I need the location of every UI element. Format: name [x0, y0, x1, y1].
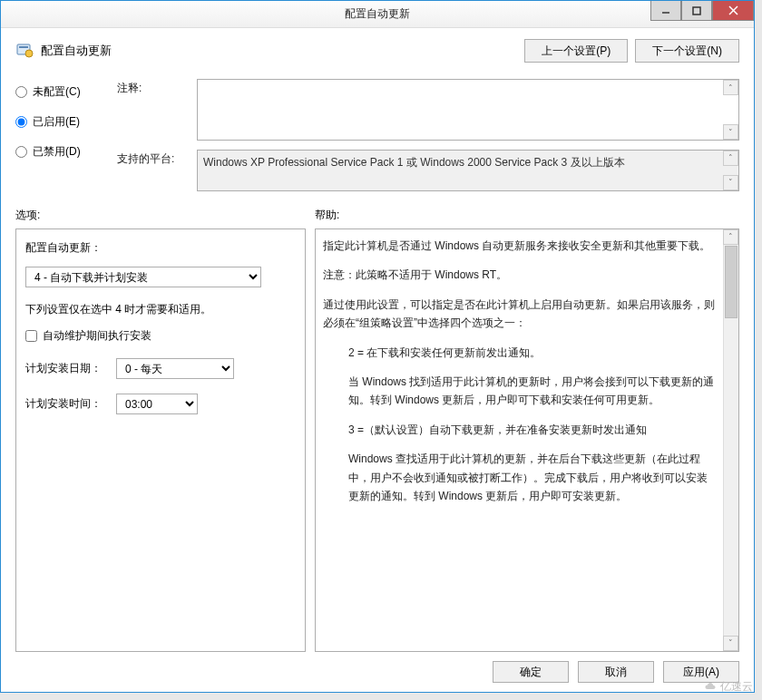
watermark: 亿速云 — [704, 679, 753, 695]
schedule-time-row: 计划安装时间： 03:00 — [25, 394, 296, 414]
footer: 确定 取消 应用(A) — [15, 652, 739, 683]
radio-enabled[interactable]: 已启用(E) — [15, 114, 117, 130]
scroll-up-icon[interactable]: ˄ — [723, 151, 738, 166]
radio-disabled-input[interactable] — [15, 146, 27, 158]
maintenance-checkbox-row[interactable]: 自动维护期间执行安装 — [25, 328, 296, 344]
options-section-label: 选项: — [15, 208, 315, 223]
cloud-icon — [704, 681, 717, 694]
help-p1: 指定此计算机是否通过 Windows 自动更新服务来接收安全更新和其他重要下载。 — [323, 237, 717, 255]
policy-icon — [15, 42, 34, 60]
help-opt2-desc: 当 Windows 找到适用于此计算机的更新时，用户将会接到可以下载更新的通知。… — [323, 373, 717, 410]
schedule-time-select[interactable]: 03:00 — [116, 394, 198, 414]
cancel-button[interactable]: 取消 — [578, 661, 654, 683]
section-labels: 选项: 帮助: — [15, 208, 739, 223]
platform-label: 支持的平台: — [117, 150, 190, 167]
svg-rect-1 — [693, 7, 700, 15]
configure-label: 配置自动更新： — [25, 240, 296, 256]
platform-text: Windows XP Professional Service Pack 1 或… — [203, 156, 625, 169]
radio-enabled-label: 已启用(E) — [33, 114, 80, 130]
options-panel: 配置自动更新： 4 - 自动下载并计划安装 下列设置仅在选中 4 时才需要和适用… — [15, 228, 306, 652]
help-opt3-desc: Windows 查找适用于此计算机的更新，并在后台下载这些更新（在此过程中，用户… — [323, 450, 717, 505]
platform-row: 支持的平台: Windows XP Professional Service P… — [117, 150, 739, 191]
schedule-day-row: 计划安装日期： 0 - 每天 — [25, 358, 296, 379]
options-note: 下列设置仅在选中 4 时才需要和适用。 — [25, 302, 296, 317]
configure-select[interactable]: 4 - 自动下载并计划安装 — [25, 267, 261, 287]
schedule-day-select[interactable]: 0 - 每天 — [116, 358, 234, 379]
ok-button[interactable]: 确定 — [493, 661, 569, 683]
maximize-button[interactable] — [681, 1, 712, 21]
radio-enabled-input[interactable] — [15, 116, 27, 128]
next-setting-button[interactable]: 下一个设置(N) — [635, 39, 739, 63]
minimize-button[interactable] — [650, 1, 681, 21]
help-p3: 通过使用此设置，可以指定是否在此计算机上启用自动更新。如果启用该服务，则必须在“… — [323, 296, 717, 333]
help-opt2: 2 = 在下载和安装任何更新前发出通知。 — [323, 344, 717, 362]
help-panel: 指定此计算机是否通过 Windows 自动更新服务来接收安全更新和其他重要下载。… — [315, 228, 739, 652]
comment-row: 注释: ˄ ˅ — [117, 79, 739, 141]
help-p2: 注意：此策略不适用于 Windows RT。 — [323, 266, 717, 284]
policy-title: 配置自动更新 — [41, 43, 112, 59]
header-row: 配置自动更新 上一个设置(P) 下一个设置(N) — [15, 39, 739, 63]
scroll-down-icon[interactable]: ˅ — [723, 175, 738, 190]
svg-point-6 — [25, 50, 33, 57]
help-scrollbar[interactable]: ˄ ˅ — [723, 229, 738, 651]
schedule-time-label: 计划安装时间： — [25, 396, 102, 412]
help-section-label: 帮助: — [315, 208, 339, 223]
close-button[interactable] — [712, 1, 754, 21]
scroll-up-icon[interactable]: ˄ — [723, 229, 738, 245]
help-text[interactable]: 指定此计算机是否通过 Windows 自动更新服务来接收安全更新和其他重要下载。… — [316, 229, 738, 651]
prev-setting-button[interactable]: 上一个设置(P) — [524, 39, 628, 63]
scroll-down-icon[interactable]: ˅ — [723, 124, 738, 140]
radio-disabled-label: 已禁用(D) — [33, 144, 81, 160]
schedule-day-label: 计划安装日期： — [25, 361, 102, 376]
comment-textarea[interactable]: ˄ ˅ — [197, 79, 739, 141]
maintenance-checkbox-label: 自动维护期间执行安装 — [43, 328, 151, 344]
state-radios: 未配置(C) 已启用(E) 已禁用(D) — [15, 79, 117, 191]
config-row: 未配置(C) 已启用(E) 已禁用(D) 注释: ˄ ˅ — [15, 79, 739, 191]
scrollbar-thumb[interactable] — [725, 246, 738, 318]
gpo-editor-window: 配置自动更新 配置自动更新 上一个设置(P) 下一个设置(N) 未配置(C) — [0, 0, 755, 693]
content-area: 配置自动更新 上一个设置(P) 下一个设置(N) 未配置(C) 已启用(E) 已… — [1, 28, 754, 692]
svg-rect-5 — [19, 46, 28, 48]
radio-not-configured[interactable]: 未配置(C) — [15, 84, 117, 100]
help-opt3: 3 =（默认设置）自动下载更新，并在准备安装更新时发出通知 — [323, 421, 717, 439]
radio-disabled[interactable]: 已禁用(D) — [15, 144, 117, 160]
window-title: 配置自动更新 — [345, 6, 410, 22]
panels: 配置自动更新： 4 - 自动下载并计划安装 下列设置仅在选中 4 时才需要和适用… — [15, 228, 739, 652]
scroll-up-icon[interactable]: ˄ — [723, 80, 738, 95]
radio-not-configured-label: 未配置(C) — [33, 84, 81, 100]
maintenance-checkbox[interactable] — [25, 330, 37, 342]
titlebar[interactable]: 配置自动更新 — [1, 1, 754, 28]
comment-label: 注释: — [117, 79, 190, 96]
radio-not-configured-input[interactable] — [15, 86, 27, 98]
window-buttons — [650, 1, 754, 21]
right-column: 注释: ˄ ˅ 支持的平台: Windows XP Professional S… — [117, 79, 739, 191]
supported-platform-box: Windows XP Professional Service Pack 1 或… — [197, 150, 739, 191]
scroll-down-icon[interactable]: ˅ — [723, 636, 738, 651]
